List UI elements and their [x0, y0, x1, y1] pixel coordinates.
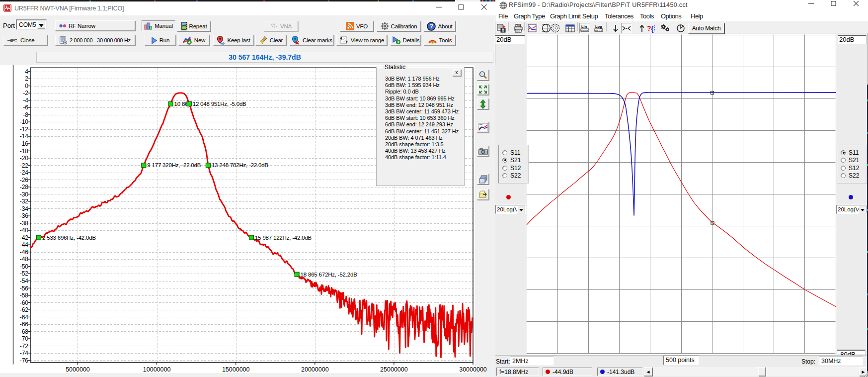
svg-text:15000000: 15000000 — [222, 366, 250, 373]
svg-text:-66: -66 — [20, 321, 29, 328]
svg-text:-60: -60 — [20, 299, 29, 306]
svg-text:13 248 782Hz, -22.0dB: 13 248 782Hz, -22.0dB — [212, 162, 269, 168]
svg-text:-72: -72 — [20, 343, 29, 350]
svg-text:-4: -4 — [23, 97, 28, 104]
svg-text:9 177 320Hz, -22.0dB: 9 177 320Hz, -22.0dB — [147, 162, 201, 168]
svg-text:2 533 696Hz, -42.0dB: 2 533 696Hz, -42.0dB — [42, 235, 96, 241]
svg-text:Log: Log — [595, 24, 602, 29]
svg-text:-6: -6 — [23, 104, 28, 111]
svg-text:-34: -34 — [20, 205, 29, 212]
svg-text:-10: -10 — [20, 118, 29, 125]
svg-text:30000000: 30000000 — [459, 366, 487, 373]
svg-text:-44: -44 — [20, 241, 29, 248]
svg-text:-54: -54 — [20, 278, 29, 284]
svg-text:-76: -76 — [20, 357, 29, 364]
svg-text:-18: -18 — [20, 148, 29, 155]
svg-text:-38: -38 — [20, 220, 29, 227]
svg-text:-52: -52 — [20, 270, 29, 277]
svg-text:-48: -48 — [20, 256, 29, 263]
svg-text:-20: -20 — [20, 155, 29, 162]
svg-text:Lin: Lin — [581, 24, 587, 29]
svg-text:-64: -64 — [20, 314, 29, 321]
svg-text:-24: -24 — [20, 169, 29, 176]
svg-text:4: 4 — [25, 68, 28, 75]
svg-text:-30: -30 — [20, 191, 29, 198]
svg-text:5000000: 5000000 — [66, 366, 90, 373]
svg-text:12 048 951Hz, -5.0dB: 12 048 951Hz, -5.0dB — [193, 101, 246, 107]
svg-text:{: { — [651, 25, 654, 33]
svg-text:20000000: 20000000 — [301, 366, 329, 373]
svg-text:-32: -32 — [20, 198, 29, 205]
svg-text:-14: -14 — [20, 133, 29, 140]
svg-text:-42: -42 — [20, 234, 29, 241]
svg-text:-70: -70 — [20, 335, 29, 342]
svg-text:-40: -40 — [20, 227, 29, 234]
svg-text:?: ? — [430, 23, 433, 30]
svg-text:-62: -62 — [20, 306, 29, 313]
svg-text:25000000: 25000000 — [380, 366, 408, 373]
svg-text:-28: -28 — [20, 184, 29, 190]
svg-text:-22: -22 — [20, 162, 29, 169]
svg-text:-68: -68 — [20, 328, 29, 335]
svg-text:2: 2 — [25, 75, 28, 82]
svg-text:-46: -46 — [20, 249, 29, 256]
svg-text:-74: -74 — [20, 350, 29, 357]
svg-text:-16: -16 — [20, 140, 29, 147]
svg-text:15 987 122Hz, -42.0dB: 15 987 122Hz, -42.0dB — [255, 235, 312, 241]
svg-text:0: 0 — [25, 83, 28, 90]
svg-text:-56: -56 — [20, 285, 29, 292]
svg-text:-12: -12 — [20, 126, 29, 133]
svg-text:10000000: 10000000 — [143, 366, 171, 373]
svg-text:-50: -50 — [20, 263, 29, 270]
svg-text:18 865 672Hz, -52.2dB: 18 865 672Hz, -52.2dB — [301, 272, 358, 278]
svg-text:-8: -8 — [23, 111, 28, 118]
svg-text:-2: -2 — [23, 90, 28, 96]
svg-text:-26: -26 — [20, 177, 29, 184]
svg-text:-58: -58 — [20, 292, 29, 299]
svg-text:-36: -36 — [20, 212, 29, 219]
